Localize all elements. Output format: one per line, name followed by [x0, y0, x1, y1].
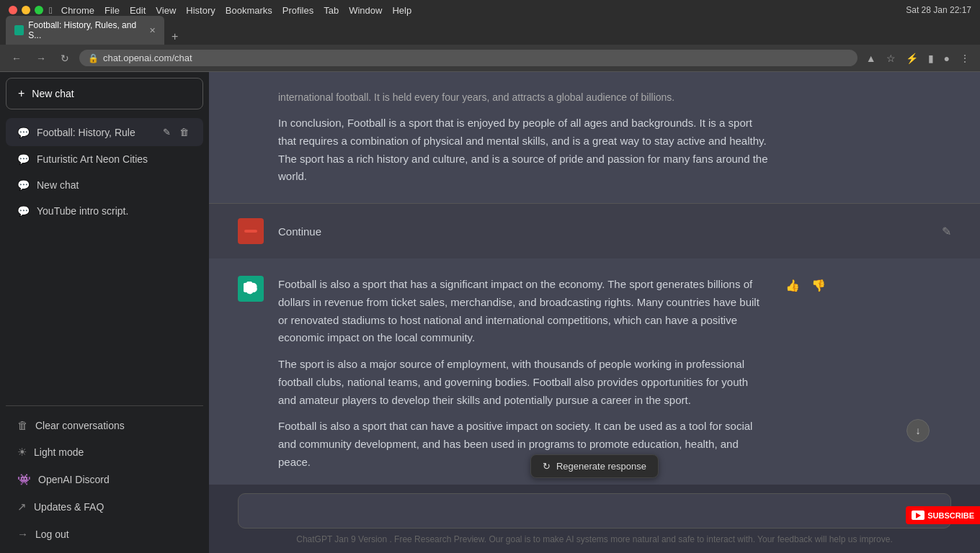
thumbs-down-icon[interactable]: 👎	[808, 276, 829, 295]
regenerate-label: Regenerate response	[556, 461, 646, 472]
regen-icon: ↻	[543, 461, 551, 472]
user-avatar-continue	[238, 218, 264, 244]
subscribe-label: SUBSCRIBE	[927, 511, 974, 520]
menu-view[interactable]: View	[156, 5, 176, 16]
bookmark-icon[interactable]: ☆	[883, 50, 899, 67]
chat-item-label: New chat	[37, 179, 192, 191]
nav-right-icons: ▲ ☆ ⚡ ▮ ● ⋮	[863, 50, 973, 67]
minimize-button[interactable]	[22, 6, 30, 14]
sidebar-item-updates-faq[interactable]: ↗ Updates & FAQ	[6, 493, 203, 521]
continue-row: Continue ✎	[209, 203, 980, 258]
plus-icon: +	[18, 87, 24, 100]
youtube-subscribe-badge[interactable]: SUBSCRIBE	[906, 506, 980, 524]
scroll-down-button[interactable]: ↓	[906, 419, 930, 442]
titlebar-right: Sat 28 Jan 22:17	[906, 5, 971, 15]
economic-p3: Football is also a sport that can have a…	[278, 418, 768, 471]
sidebar-item-futuristic-art[interactable]: 💬 Futuristic Art Neon Cities	[6, 146, 203, 172]
forward-button[interactable]: →	[32, 50, 50, 67]
back-button[interactable]: ←	[7, 50, 26, 67]
chat-input[interactable]	[250, 503, 918, 520]
sidebar-item-light-mode[interactable]: ☀ Light mode	[6, 439, 203, 466]
economic-p2: The sport is also a major source of empl…	[278, 356, 768, 409]
menu-window[interactable]: Window	[349, 5, 382, 16]
chat-bubble-icon: 💬	[17, 205, 30, 217]
message-conclusion: international football. It is held every…	[209, 72, 980, 203]
user-avatar-bar	[244, 230, 257, 233]
extension-icon[interactable]: ⚡	[903, 50, 921, 67]
sidebar-item-new-chat[interactable]: 💬 New chat	[6, 172, 203, 198]
sidebar-item-football-history[interactable]: 💬 Football: History, Rule ✎ 🗑	[6, 118, 203, 146]
menu-edit[interactable]: Edit	[130, 5, 146, 16]
menu-bar: Chrome File Edit View History Bookmarks …	[61, 5, 411, 16]
menu-history[interactable]: History	[186, 5, 215, 16]
regenerate-tooltip[interactable]: ↻ Regenerate response	[530, 454, 659, 478]
share-icon[interactable]: ▲	[863, 50, 879, 67]
continue-text: Continue	[278, 225, 927, 238]
chat-list: 💬 Football: History, Rule ✎ 🗑 💬 Futurist…	[6, 115, 203, 403]
conclusion-p1: international football. It is held every…	[278, 89, 768, 106]
menu-profiles[interactable]: Profiles	[282, 5, 313, 16]
app-layout: + New chat 💬 Football: History, Rule ✎ 🗑…	[0, 72, 980, 553]
menu-file[interactable]: File	[104, 5, 120, 16]
main-content: international football. It is held every…	[209, 72, 980, 553]
nav-bar: ← → ↻ 🔒 chat.openai.com/chat ▲ ☆ ⚡ ▮ ● ⋮	[0, 45, 980, 72]
disclaimer: ChatGPT Jan 9 Version . Free Research Pr…	[238, 529, 951, 547]
conclusion-p2: In conclusion, Football is a sport that …	[278, 114, 768, 186]
tab-title: Football: History, Rules, and S...	[28, 20, 145, 40]
sun-icon: ☀	[17, 446, 27, 459]
refresh-button[interactable]: ↻	[56, 50, 74, 67]
new-chat-button[interactable]: + New chat	[6, 78, 203, 109]
message-conclusion-content: international football. It is held every…	[278, 89, 768, 186]
menu-bookmarks[interactable]: Bookmarks	[226, 5, 272, 16]
chat-bubble-icon: 💬	[17, 127, 30, 138]
chat-item-label: Football: History, Rule	[37, 127, 153, 138]
input-wrapper: ➤	[238, 493, 951, 529]
delete-chat-icon[interactable]: 🗑	[177, 125, 192, 139]
message-actions: 👍 👎	[783, 276, 829, 295]
sidebar-item-youtube-intro[interactable]: 💬 YouTube intro script.	[6, 198, 203, 224]
apple-icon: 	[49, 5, 53, 16]
menu-tab[interactable]: Tab	[324, 5, 339, 16]
disclaimer-text: ChatGPT Jan 9 Version . Free Research Pr…	[296, 534, 893, 544]
titlebar-left:  Chrome File Edit View History Bookmark…	[9, 5, 411, 16]
tab-close-button[interactable]: ✕	[149, 26, 156, 35]
active-tab[interactable]: Football: History, Rules, and S... ✕	[6, 16, 164, 45]
close-button[interactable]	[9, 6, 17, 14]
youtube-play-icon	[916, 513, 921, 518]
datetime: Sat 28 Jan 22:17	[906, 5, 971, 15]
edit-chat-icon[interactable]: ✎	[160, 125, 174, 139]
profile-icon[interactable]: ●	[941, 50, 953, 67]
assistant-avatar	[238, 276, 264, 302]
lock-icon: 🔒	[88, 53, 99, 63]
sidebar-item-openai-discord[interactable]: 👾 OpenAI Discord	[6, 466, 203, 493]
openai-discord-label: OpenAI Discord	[38, 474, 110, 485]
maximize-button[interactable]	[35, 6, 43, 14]
tab-favicon	[14, 25, 24, 35]
sidebar-icon[interactable]: ▮	[925, 50, 937, 67]
chat-item-label: YouTube intro script.	[37, 205, 192, 217]
chat-bubble-icon: 💬	[17, 179, 30, 191]
sidebar-item-clear-conversations[interactable]: 🗑 Clear conversations	[6, 412, 203, 439]
light-mode-label: Light mode	[34, 446, 84, 458]
edit-message-icon[interactable]: ✎	[942, 225, 951, 238]
chat-item-label: Futuristic Art Neon Cities	[37, 153, 192, 165]
thumbs-up-icon[interactable]: 👍	[783, 276, 803, 295]
address-bar[interactable]: 🔒 chat.openai.com/chat	[79, 50, 858, 66]
gpt-logo-svg	[244, 282, 258, 296]
message-economic-content: Football is also a sport that has a sign…	[278, 276, 768, 485]
log-out-label: Log out	[35, 529, 69, 540]
menu-help[interactable]: Help	[392, 5, 411, 16]
input-container: ↻ Regenerate response ➤ ↓	[238, 493, 951, 529]
youtube-icon	[912, 511, 925, 520]
logout-icon: →	[17, 528, 28, 540]
sidebar: + New chat 💬 Football: History, Rule ✎ 🗑…	[0, 72, 209, 553]
chat-item-actions: ✎ 🗑	[160, 125, 192, 139]
sidebar-item-log-out[interactable]: → Log out	[6, 521, 203, 547]
discord-icon: 👾	[17, 473, 31, 486]
clear-conversations-label: Clear conversations	[35, 420, 125, 431]
sidebar-bottom: 🗑 Clear conversations ☀ Light mode 👾 Ope…	[6, 405, 203, 547]
new-tab-button[interactable]: +	[167, 29, 182, 45]
traffic-lights	[9, 6, 43, 14]
menu-chrome[interactable]: Chrome	[61, 5, 94, 16]
more-icon[interactable]: ⋮	[957, 50, 973, 67]
